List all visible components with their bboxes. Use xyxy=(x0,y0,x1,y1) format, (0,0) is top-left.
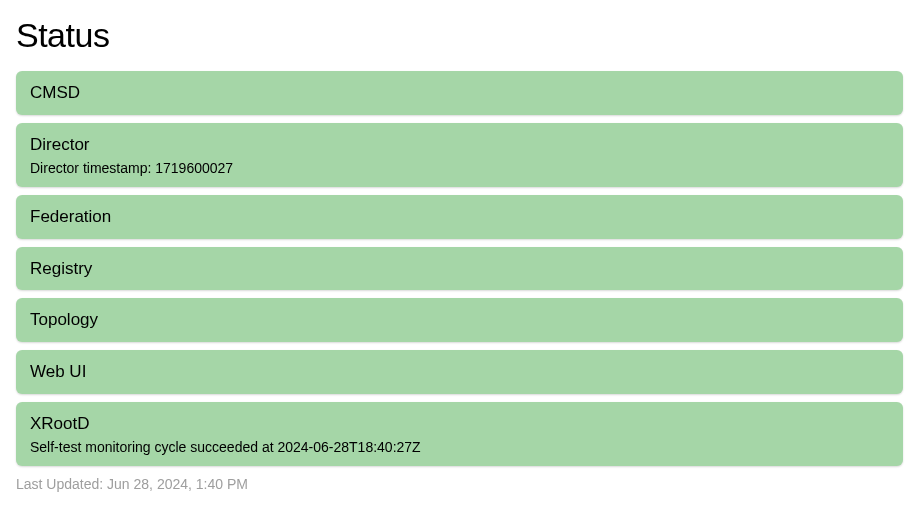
last-updated-text: Last Updated: Jun 28, 2024, 1:40 PM xyxy=(16,476,903,492)
status-card-title: Director xyxy=(30,133,889,157)
status-card-webui[interactable]: Web UI xyxy=(16,350,903,394)
status-card-title: Registry xyxy=(30,257,889,281)
status-card-xrootd[interactable]: XRootD Self-test monitoring cycle succee… xyxy=(16,402,903,466)
page-title: Status xyxy=(16,16,903,55)
status-card-title: Web UI xyxy=(30,360,889,384)
status-card-topology[interactable]: Topology xyxy=(16,298,903,342)
status-card-title: Topology xyxy=(30,308,889,332)
status-card-cmsd[interactable]: CMSD xyxy=(16,71,903,115)
status-card-title: Federation xyxy=(30,205,889,229)
status-card-director[interactable]: Director Director timestamp: 1719600027 xyxy=(16,123,903,187)
status-card-detail: Self-test monitoring cycle succeeded at … xyxy=(30,438,889,456)
status-card-title: CMSD xyxy=(30,81,889,105)
status-card-detail: Director timestamp: 1719600027 xyxy=(30,159,889,177)
status-card-registry[interactable]: Registry xyxy=(16,247,903,291)
status-card-title: XRootD xyxy=(30,412,889,436)
status-card-federation[interactable]: Federation xyxy=(16,195,903,239)
status-list: CMSD Director Director timestamp: 171960… xyxy=(16,71,903,466)
